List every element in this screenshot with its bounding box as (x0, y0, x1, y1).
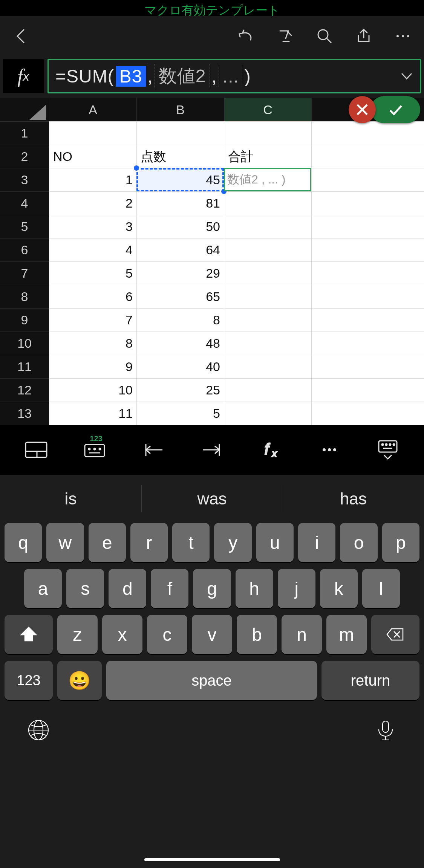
key-f[interactable]: f (151, 569, 188, 608)
cell-B9[interactable]: 8 (136, 309, 224, 332)
cell-C2[interactable]: 合計 (224, 145, 311, 168)
key-y[interactable]: y (214, 523, 251, 562)
view-mode-icon[interactable] (19, 437, 53, 463)
cell-A13[interactable]: 11 (49, 402, 136, 425)
row-header[interactable]: 2 (0, 145, 49, 168)
key-p[interactable]: p (382, 523, 419, 562)
cancel-button[interactable] (349, 96, 376, 123)
row-header[interactable]: 3 (0, 168, 49, 191)
cell-A9[interactable]: 7 (49, 309, 136, 332)
cell-B8[interactable]: 65 (136, 285, 224, 308)
key-space[interactable]: space (106, 661, 317, 700)
globe-icon[interactable] (26, 718, 51, 744)
column-header-C[interactable]: C (224, 98, 311, 121)
key-m[interactable]: m (326, 615, 367, 654)
key-h[interactable]: h (236, 569, 273, 608)
formula-input[interactable]: =SUM( B3 , 数値2 , ... ) (47, 59, 421, 93)
column-header-A[interactable]: A (49, 98, 136, 121)
select-all-corner[interactable] (0, 98, 49, 121)
key-i[interactable]: i (298, 523, 335, 562)
confirm-button[interactable] (370, 96, 420, 123)
key-o[interactable]: o (340, 523, 377, 562)
row-header[interactable]: 4 (0, 191, 49, 215)
cell-B3[interactable]: 45 (136, 168, 224, 191)
key-d[interactable]: d (109, 569, 146, 608)
row-header[interactable]: 11 (0, 355, 49, 378)
key-x[interactable]: x (102, 615, 142, 654)
cell-B12[interactable]: 25 (136, 379, 224, 402)
cell-B11[interactable]: 40 (136, 355, 224, 378)
key-z[interactable]: z (57, 615, 98, 654)
cell-A5[interactable]: 3 (49, 215, 136, 238)
cell-B2[interactable]: 点数 (136, 145, 224, 168)
cell-A6[interactable]: 4 (49, 238, 136, 261)
key-n[interactable]: n (282, 615, 322, 654)
key-numbers[interactable]: 123 (5, 661, 53, 700)
active-cell-C3[interactable]: 数値2 , ... ) (224, 168, 311, 191)
key-q[interactable]: q (5, 523, 42, 562)
search-icon[interactable] (314, 26, 335, 47)
row-header[interactable]: 6 (0, 238, 49, 261)
cell-A11[interactable]: 9 (49, 355, 136, 378)
cell-A2[interactable]: NO (49, 145, 136, 168)
fx-icon[interactable]: fx (3, 59, 44, 93)
cell-A3[interactable]: 1 (49, 168, 136, 191)
move-end-icon[interactable] (195, 437, 229, 463)
cell-B13[interactable]: 5 (136, 402, 224, 425)
cell-B6[interactable]: 64 (136, 238, 224, 261)
key-u[interactable]: u (256, 523, 294, 562)
row-header[interactable]: 5 (0, 215, 49, 238)
column-header-B[interactable]: B (136, 98, 224, 121)
key-l[interactable]: l (362, 569, 400, 608)
cell-grid[interactable]: NO 点数 合計 145 281 350 464 529 665 78 848 … (49, 121, 424, 425)
suggestion[interactable]: is (0, 475, 141, 523)
cell-A12[interactable]: 10 (49, 379, 136, 402)
cell-A4[interactable]: 2 (49, 192, 136, 215)
cell-A8[interactable]: 6 (49, 285, 136, 308)
key-k[interactable]: k (320, 569, 358, 608)
cell-B4[interactable]: 81 (136, 192, 224, 215)
key-w[interactable]: w (46, 523, 84, 562)
key-j[interactable]: j (278, 569, 315, 608)
clear-format-icon[interactable] (275, 26, 296, 47)
more-edit-icon[interactable] (312, 437, 346, 463)
row-header[interactable]: 9 (0, 308, 49, 332)
mic-icon[interactable] (373, 718, 398, 744)
row-header[interactable]: 8 (0, 285, 49, 308)
share-icon[interactable] (353, 26, 374, 47)
key-c[interactable]: c (147, 615, 187, 654)
key-r[interactable]: r (130, 523, 168, 562)
row-header[interactable]: 7 (0, 261, 49, 285)
key-s[interactable]: s (66, 569, 104, 608)
row-header[interactable]: 12 (0, 378, 49, 402)
cell-A7[interactable]: 5 (49, 262, 136, 285)
row-header[interactable]: 1 (0, 121, 49, 145)
suggestion[interactable]: has (283, 475, 424, 523)
key-a[interactable]: a (24, 569, 62, 608)
key-shift[interactable] (5, 615, 53, 654)
expand-formula-icon[interactable] (400, 66, 413, 87)
row-header[interactable]: 13 (0, 402, 49, 425)
home-indicator[interactable] (144, 858, 280, 861)
key-g[interactable]: g (193, 569, 231, 608)
key-b[interactable]: b (237, 615, 277, 654)
more-icon[interactable] (392, 26, 413, 47)
key-e[interactable]: e (89, 523, 126, 562)
key-emoji[interactable]: 😀 (57, 661, 102, 700)
cell-B5[interactable]: 50 (136, 215, 224, 238)
cell-B10[interactable]: 48 (136, 332, 224, 355)
key-t[interactable]: t (172, 523, 210, 562)
undo-icon[interactable] (236, 26, 257, 47)
dismiss-keyboard-icon[interactable] (371, 437, 405, 463)
insert-function-icon[interactable]: fx (254, 437, 288, 463)
back-icon[interactable] (11, 26, 32, 47)
cell-A10[interactable]: 8 (49, 332, 136, 355)
key-return[interactable]: return (321, 661, 419, 700)
key-v[interactable]: v (192, 615, 232, 654)
move-start-icon[interactable] (136, 437, 170, 463)
suggestion[interactable]: was (141, 475, 283, 523)
cell-B7[interactable]: 29 (136, 262, 224, 285)
key-backspace[interactable] (371, 615, 419, 654)
numeric-keyboard-icon[interactable]: 123 (78, 437, 112, 463)
row-header[interactable]: 10 (0, 332, 49, 355)
